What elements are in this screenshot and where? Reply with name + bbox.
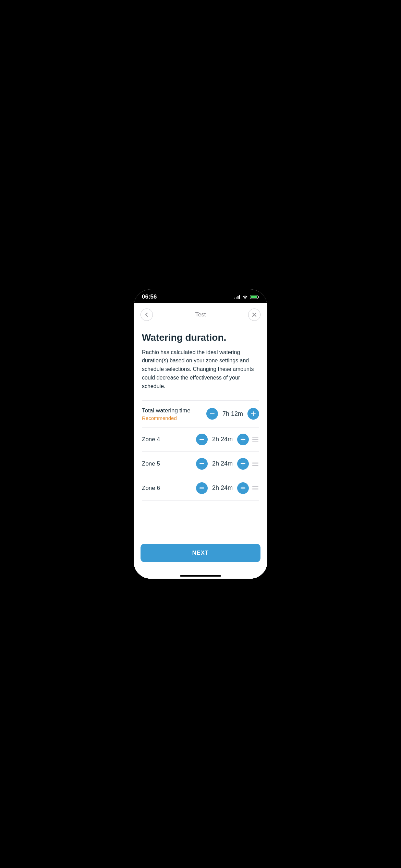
home-indicator xyxy=(134,572,267,579)
total-duration: 7h 12m xyxy=(221,410,245,418)
home-bar xyxy=(180,575,221,577)
status-bar: 06:56 xyxy=(134,289,267,303)
nav-bar: Test xyxy=(134,303,267,325)
status-icons xyxy=(234,295,259,299)
nav-title: Test xyxy=(195,311,206,318)
zone-6-duration: 2h 24m xyxy=(210,484,234,492)
zone-6-controls: 2h 24m xyxy=(196,482,259,494)
total-controls: 7h 12m xyxy=(206,408,259,420)
wifi-icon xyxy=(242,295,248,299)
zone-5-drag-handle[interactable] xyxy=(252,460,259,467)
zone-row-5: Zone 5 2h 24m xyxy=(142,452,259,476)
battery-icon xyxy=(250,295,259,299)
zone-6-label: Zone 6 xyxy=(142,484,193,492)
total-minus-button[interactable] xyxy=(206,408,218,420)
status-time: 06:56 xyxy=(142,293,157,300)
zone-5-label-group: Zone 5 xyxy=(142,460,193,468)
zone-row-4: Zone 4 2h 24m xyxy=(142,427,259,452)
page-description: Rachio has calculated the ideal watering… xyxy=(142,348,259,391)
signal-icon xyxy=(234,295,240,299)
zone-4-label-group: Zone 4 xyxy=(142,436,193,443)
zone-5-controls: 2h 24m xyxy=(196,458,259,470)
zone-5-duration: 2h 24m xyxy=(210,460,234,467)
total-label: Total watering time xyxy=(142,407,203,414)
bottom-area: NEXT xyxy=(134,538,267,572)
zone-6-drag-handle[interactable] xyxy=(252,485,259,492)
zone-6-minus-button[interactable] xyxy=(196,482,208,494)
zone-4-plus-button[interactable] xyxy=(237,434,249,445)
total-label-group: Total watering time Recommended xyxy=(142,407,203,421)
content-area: Watering duration. Rachio has calculated… xyxy=(134,325,267,579)
total-row: Total watering time Recommended 7h 12m xyxy=(142,401,259,427)
zone-4-minus-button[interactable] xyxy=(196,434,208,445)
back-button[interactable] xyxy=(141,309,153,321)
zone-4-controls: 2h 24m xyxy=(196,434,259,445)
sheet: Test Watering duration. Rachio has calcu… xyxy=(134,303,267,579)
close-button[interactable] xyxy=(248,309,260,321)
zone-list: Total watering time Recommended 7h 12m Z… xyxy=(142,400,259,501)
zone-row-6: Zone 6 2h 24m xyxy=(142,476,259,501)
zone-4-label: Zone 4 xyxy=(142,436,193,443)
zone-6-plus-button[interactable] xyxy=(237,482,249,494)
zone-4-drag-handle[interactable] xyxy=(252,436,259,443)
total-plus-button[interactable] xyxy=(247,408,259,420)
zone-5-minus-button[interactable] xyxy=(196,458,208,470)
zone-5-plus-button[interactable] xyxy=(237,458,249,470)
recommended-badge: Recommended xyxy=(142,415,203,421)
zone-6-label-group: Zone 6 xyxy=(142,484,193,492)
page-title: Watering duration. xyxy=(142,332,259,343)
zone-4-duration: 2h 24m xyxy=(210,436,234,443)
next-button[interactable]: NEXT xyxy=(141,544,260,562)
zone-5-label: Zone 5 xyxy=(142,460,193,468)
